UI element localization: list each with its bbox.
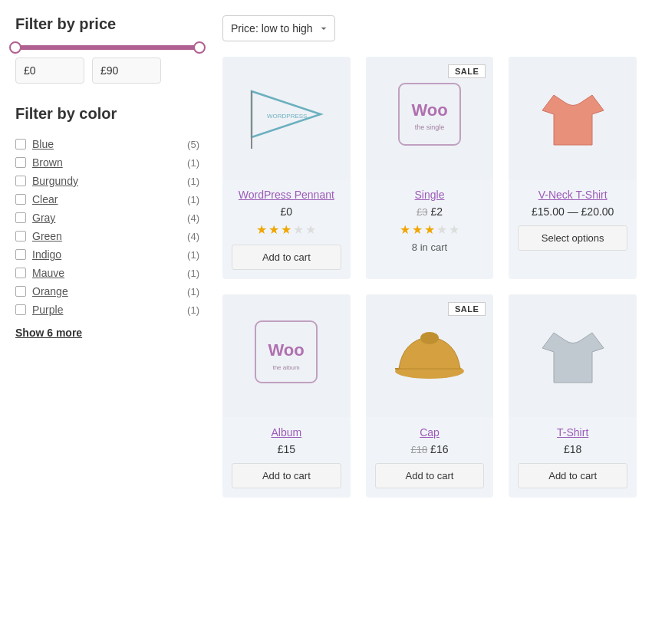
color-checkbox[interactable] <box>15 212 26 223</box>
slider-track[interactable] <box>15 45 199 50</box>
star: ★ <box>424 222 435 237</box>
product-info: Single £3 £2 ★★★★★ 8 in cart <box>366 179 494 262</box>
product-info: T-Shirt £18 Add to cart <box>509 417 637 498</box>
color-filter-item: Orange (1) <box>15 282 199 301</box>
color-checkbox[interactable] <box>15 194 26 205</box>
color-checkbox[interactable] <box>15 268 26 278</box>
price-slider-container <box>15 45 199 84</box>
filter-price-section: Filter by price <box>15 15 199 84</box>
slider-fill <box>15 45 199 50</box>
color-checkbox[interactable] <box>15 157 26 168</box>
color-filter-left: Mauve <box>15 267 64 279</box>
color-filter-item: Mauve (1) <box>15 264 199 282</box>
color-link[interactable]: Mauve <box>32 267 64 279</box>
color-link[interactable]: Indigo <box>32 248 61 261</box>
color-filter-item: Clear (1) <box>15 190 199 209</box>
product-original-price: £18 <box>411 444 428 455</box>
product-card: V-Neck T-Shirt £15.00 — £20.00 Select op… <box>509 57 637 279</box>
color-filter-left: Blue <box>15 138 54 150</box>
color-filter-item: Indigo (1) <box>15 245 199 264</box>
product-title[interactable]: WordPress Pennant <box>239 189 334 201</box>
color-link[interactable]: Purple <box>32 304 63 316</box>
sale-badge: SALE <box>448 64 486 78</box>
price-min-input[interactable] <box>15 58 84 84</box>
product-price-area: £18 <box>564 443 581 455</box>
color-checkbox[interactable] <box>15 231 26 242</box>
product-image: Woo the single <box>377 68 482 168</box>
star: ★ <box>305 222 316 237</box>
star: ★ <box>293 222 304 237</box>
product-image <box>377 306 482 406</box>
product-sale-price: £16 <box>430 443 448 455</box>
product-card: SALE Woo the single Single £3 £2 ★★★★★ 8… <box>366 57 494 279</box>
product-sale-price: £2 <box>430 205 443 218</box>
color-filter-left: Clear <box>15 193 58 205</box>
color-checkbox[interactable] <box>15 249 26 260</box>
add-to-cart-button[interactable]: Add to cart <box>375 463 485 488</box>
show-more-link[interactable]: Show 6 more <box>15 327 82 339</box>
color-link[interactable]: Gray <box>32 212 55 224</box>
product-title[interactable]: Cap <box>420 426 440 439</box>
color-count: (4) <box>187 212 199 224</box>
color-filter-item: Gray (4) <box>15 209 199 227</box>
product-card: T-Shirt £18 Add to cart <box>509 294 637 498</box>
product-title[interactable]: Album <box>271 426 301 439</box>
star: ★ <box>449 222 459 237</box>
product-info: WordPress Pennant £0 ★★★★★ Add to cart <box>222 179 351 279</box>
color-filter-list: Blue (5) Brown (1) Burgundy (1) Clear (1… <box>15 135 199 319</box>
page-wrapper: Filter by price Filter by color Blue <box>0 0 652 644</box>
color-filter-left: Indigo <box>15 248 61 261</box>
color-count: (4) <box>187 231 199 242</box>
color-link[interactable]: Green <box>32 230 62 242</box>
product-image <box>520 68 625 168</box>
color-checkbox[interactable] <box>15 286 26 297</box>
add-to-cart-button[interactable]: Add to cart <box>518 463 627 488</box>
color-count: (1) <box>187 194 199 205</box>
svg-text:Woo: Woo <box>268 340 305 360</box>
in-cart-text: 8 in cart <box>412 242 447 253</box>
color-filter-item: Green (4) <box>15 227 199 245</box>
product-price: £0 <box>281 205 293 218</box>
color-link[interactable]: Blue <box>32 138 54 150</box>
color-link[interactable]: Clear <box>32 193 58 205</box>
product-image-area: SALE <box>366 294 494 417</box>
slider-thumb-left[interactable] <box>9 41 21 54</box>
product-info: Album £15 Add to cart <box>222 417 351 498</box>
main-content: Price: low to highPrice: high to lowNewe… <box>222 15 637 629</box>
svg-text:the album: the album <box>273 364 300 371</box>
add-to-cart-button[interactable]: Add to cart <box>232 463 341 488</box>
color-filter-item: Blue (5) <box>15 135 199 153</box>
slider-thumb-right[interactable] <box>193 41 206 54</box>
product-price: £15 <box>278 443 295 455</box>
stars-container: ★★★★★ <box>400 222 459 237</box>
price-max-input[interactable] <box>92 58 161 84</box>
color-checkbox[interactable] <box>15 304 26 315</box>
color-checkbox[interactable] <box>15 139 26 150</box>
product-image: Woo the album <box>234 306 339 406</box>
color-count: (1) <box>187 157 199 169</box>
star: ★ <box>256 222 267 237</box>
color-filter-left: Gray <box>15 212 55 224</box>
product-price: £18 <box>564 443 581 455</box>
color-link[interactable]: Brown <box>32 156 63 169</box>
product-title[interactable]: T-Shirt <box>557 426 588 439</box>
product-image-area <box>509 294 637 417</box>
color-link[interactable]: Burgundy <box>32 175 78 187</box>
color-count: (1) <box>187 176 199 187</box>
add-to-cart-button[interactable]: Add to cart <box>232 245 341 270</box>
color-filter-left: Green <box>15 230 62 242</box>
sort-select[interactable]: Price: low to highPrice: high to lowNewe… <box>222 15 335 41</box>
svg-text:WORDPRESS: WORDPRESS <box>267 113 307 120</box>
toolbar: Price: low to highPrice: high to lowNewe… <box>222 15 637 41</box>
price-inputs <box>15 58 199 84</box>
star: ★ <box>268 222 279 237</box>
product-title[interactable]: V-Neck T-Shirt <box>538 189 608 201</box>
select-options-button[interactable]: Select options <box>518 225 627 251</box>
color-filter-left: Orange <box>15 285 68 297</box>
product-image-area: SALE Woo the single <box>366 57 494 179</box>
product-title[interactable]: Single <box>415 189 445 201</box>
color-checkbox[interactable] <box>15 176 26 186</box>
color-link[interactable]: Orange <box>32 285 68 297</box>
star: ★ <box>400 222 410 237</box>
product-info: V-Neck T-Shirt £15.00 — £20.00 Select op… <box>509 179 637 260</box>
